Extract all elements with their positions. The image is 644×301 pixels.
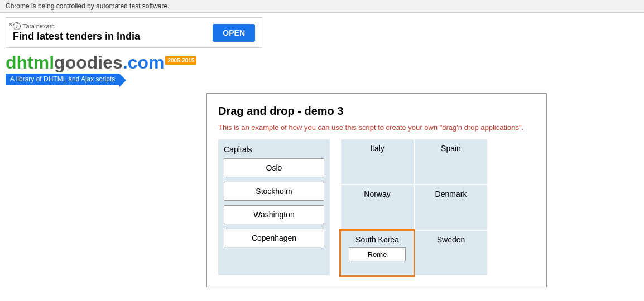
logo-text: dhtmlgoodies.com2005-2015	[6, 54, 638, 71]
country-name-italy: Italy	[370, 144, 385, 153]
ad-banner: × i Tata nexarc Find latest tenders in I…	[6, 17, 262, 48]
capitals-label: Capitals	[224, 145, 324, 154]
country-cell-spain[interactable]: Spain	[415, 139, 487, 184]
logo-subtitle: A library of DHTML and Ajax scripts	[6, 74, 119, 85]
info-icon: i	[13, 22, 21, 30]
dropped-item-rome: Rome	[349, 247, 406, 261]
capital-item-oslo[interactable]: Oslo	[224, 158, 324, 177]
country-cell-norway[interactable]: Norway	[341, 185, 414, 230]
capital-item-washington[interactable]: Washington	[224, 205, 324, 224]
ad-brand: i Tata nexarc	[13, 22, 213, 30]
country-name-spain: Spain	[441, 144, 461, 153]
countries-grid: Italy Spain Norway Denmark South Korea R…	[341, 139, 487, 275]
country-cell-italy[interactable]: Italy	[341, 139, 414, 184]
demo-title: Drag and drop - demo 3	[218, 105, 535, 118]
country-cell-south-korea[interactable]: South Korea Rome	[341, 231, 414, 275]
ad-title: Find latest tenders in India	[13, 30, 213, 43]
ad-open-button[interactable]: OPEN	[213, 24, 255, 42]
country-name-sweden: Sweden	[437, 235, 465, 244]
ad-brand-name: Tata nexarc	[23, 23, 55, 30]
capital-item-stockholm[interactable]: Stockholm	[224, 182, 324, 201]
main-demo-box: Drag and drop - demo 3 This is an exampl…	[206, 93, 547, 287]
capitals-column: Capitals Oslo Stockholm Washington Copen…	[218, 139, 330, 275]
logo-area: dhtmlgoodies.com2005-2015 A library of D…	[6, 54, 638, 85]
logo-goodies: goodies	[54, 52, 123, 72]
ad-info: i Tata nexarc Find latest tenders in Ind…	[13, 22, 213, 43]
demo-description: This is an example of how you can use th…	[218, 123, 535, 132]
ad-close-button[interactable]: ×	[8, 20, 13, 28]
country-cell-denmark[interactable]: Denmark	[415, 185, 487, 230]
capital-item-copenhagen[interactable]: Copenhagen	[224, 229, 324, 247]
logo-badge: 2005-2015	[165, 56, 196, 65]
logo-com: .com	[123, 52, 165, 72]
chrome-bar: Chrome is being controlled by automated …	[0, 0, 644, 13]
logo-dhtml: dhtml	[6, 52, 54, 72]
country-name-denmark: Denmark	[435, 190, 467, 198]
country-name-norway: Norway	[364, 190, 390, 198]
drag-layout: Capitals Oslo Stockholm Washington Copen…	[218, 139, 535, 275]
country-name-south-korea: South Korea	[355, 235, 399, 244]
chrome-bar-message: Chrome is being controlled by automated …	[6, 2, 169, 10]
country-cell-sweden[interactable]: Sweden	[415, 231, 487, 275]
